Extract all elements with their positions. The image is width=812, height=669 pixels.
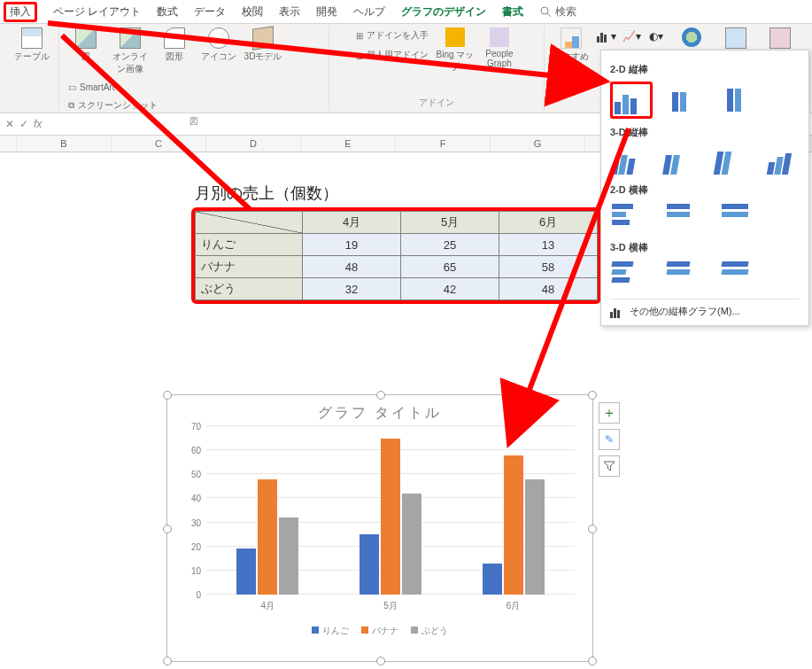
btn-table[interactable]: テーブル	[12, 27, 51, 63]
row-hdr-1[interactable]: りんご	[196, 234, 303, 256]
chart-type-clustered-bar[interactable]	[610, 202, 647, 234]
bar[interactable]	[504, 455, 523, 595]
tab-dev[interactable]: 開発	[316, 4, 337, 19]
chart-type-100-stacked-column[interactable]	[725, 82, 762, 113]
row-hdr-2[interactable]: バナナ	[196, 256, 303, 278]
btn-globe[interactable]	[672, 27, 711, 47]
handle[interactable]	[376, 391, 385, 400]
chart-type-3d-column[interactable]	[766, 144, 800, 176]
cell[interactable]: 13	[499, 234, 598, 256]
cell[interactable]: 25	[401, 234, 499, 256]
btn-smartart[interactable]: ▭SmartArt	[66, 81, 159, 94]
tab-insert[interactable]: 挿入	[4, 2, 37, 22]
bar[interactable]	[483, 564, 502, 595]
legend-item[interactable]: りんご	[312, 625, 349, 637]
chart-title[interactable]: グラフ タイトル	[167, 395, 592, 426]
btn-line-chart-dd[interactable]: 📈▾	[621, 27, 642, 45]
bar[interactable]	[258, 479, 277, 595]
tab-format[interactable]: 書式	[502, 4, 523, 19]
btn-3d-models[interactable]: 3Dモデル	[244, 27, 282, 63]
bar[interactable]	[279, 517, 298, 595]
legend-item[interactable]: ぶどう	[411, 625, 448, 637]
col-F[interactable]: F	[396, 136, 491, 152]
row-hdr-3[interactable]: ぶどう	[196, 278, 303, 300]
chart-legend[interactable]: りんごバナナぶどう	[167, 625, 592, 637]
chart-type-stacked-column[interactable]	[670, 82, 708, 113]
chart-plot-area[interactable]: 010203040506070	[206, 426, 575, 595]
cancel-icon[interactable]: ✕	[5, 118, 14, 130]
tab-help[interactable]: ヘルプ	[353, 4, 385, 19]
cell[interactable]: 48	[499, 278, 598, 300]
handle[interactable]	[376, 657, 385, 665]
chart-type-clustered-column[interactable]	[610, 82, 653, 119]
select-all-corner[interactable]	[0, 136, 17, 152]
more-column-charts[interactable]: その他の縦棒グラフ(M)...	[610, 299, 800, 318]
chart-filter-button[interactable]	[599, 455, 620, 477]
bar[interactable]	[381, 439, 400, 595]
bar-group[interactable]	[469, 426, 558, 595]
btn-get-addins[interactable]: ⊞アドインを入手	[354, 27, 430, 43]
data-table[interactable]: 4月 5月 6月 りんご 19 25 13 バナナ 48 65 58 ぶどう 3…	[195, 211, 598, 300]
chart-type-3d-100-stacked-bar[interactable]	[720, 260, 757, 292]
bar[interactable]	[360, 534, 379, 595]
cell[interactable]: 32	[303, 278, 401, 300]
handle[interactable]	[588, 657, 597, 665]
enter-icon[interactable]: ✓	[19, 118, 28, 130]
cell[interactable]: 42	[401, 278, 499, 300]
cell[interactable]: 19	[303, 234, 401, 256]
btn-recommended-charts[interactable]: おすすめグラフ	[552, 27, 591, 75]
chart-type-3d-clustered-bar[interactable]	[610, 260, 647, 292]
btn-my-addins[interactable]: ◻個人用アドイン	[354, 47, 430, 63]
handle[interactable]	[163, 657, 172, 665]
hdr-month-3[interactable]: 6月	[499, 212, 598, 234]
tab-page-layout[interactable]: ページ レイアウト	[53, 4, 141, 19]
corner-cell[interactable]	[196, 212, 303, 234]
col-C[interactable]: C	[112, 136, 206, 152]
btn-online-pictures[interactable]: オンライン画像	[111, 27, 150, 75]
chart-object[interactable]: グラフ タイトル 010203040506070 4月5月6月 りんごバナナぶど…	[166, 394, 593, 662]
btn-bing-maps[interactable]: Bing マップ	[436, 27, 475, 74]
chart-elements-button[interactable]: ＋	[599, 402, 620, 424]
handle[interactable]	[588, 391, 597, 400]
chart-type-3d-100-stacked-column[interactable]	[714, 144, 748, 176]
bar-group[interactable]	[346, 426, 435, 595]
cell[interactable]: 58	[499, 256, 598, 278]
bar[interactable]	[402, 494, 421, 595]
btn-icons[interactable]: アイコン	[199, 27, 238, 63]
cell-title[interactable]: 月別の売上（個数）	[195, 183, 338, 204]
cell[interactable]: 48	[303, 256, 401, 278]
hdr-month-1[interactable]: 4月	[303, 212, 401, 234]
cell[interactable]: 65	[401, 256, 499, 278]
fx-label[interactable]: fx	[34, 118, 42, 130]
btn-pie-chart-dd[interactable]: ◐▾	[646, 27, 667, 45]
handle[interactable]	[588, 525, 597, 533]
tab-chart-design[interactable]: グラフのデザイン	[401, 4, 486, 19]
chart-type-3d-clustered-column[interactable]	[610, 144, 645, 176]
btn-column-chart-dd[interactable]: ▾	[596, 27, 617, 45]
bar[interactable]	[525, 479, 545, 595]
btn-pictures[interactable]: 図	[66, 27, 105, 63]
btn-people-graph[interactable]: People Graph	[480, 27, 519, 68]
tab-data[interactable]: データ	[194, 4, 226, 19]
col-D[interactable]: D	[206, 136, 301, 152]
ribbon-search[interactable]: 検索	[539, 4, 576, 19]
col-B[interactable]: B	[17, 136, 112, 152]
tab-review[interactable]: 校閲	[242, 4, 263, 19]
chart-type-3d-stacked-column[interactable]	[662, 144, 697, 176]
btn-screenshot[interactable]: ⧉スクリーンショット	[66, 97, 159, 113]
hdr-month-2[interactable]: 5月	[401, 212, 499, 234]
handle[interactable]	[163, 525, 172, 533]
chart-type-stacked-bar[interactable]	[665, 202, 702, 234]
bar-group[interactable]	[223, 426, 312, 595]
bar[interactable]	[236, 548, 256, 595]
chart-type-100-stacked-bar[interactable]	[720, 202, 757, 234]
chart-type-3d-stacked-bar[interactable]	[665, 260, 702, 292]
btn-shapes[interactable]: 図形	[155, 27, 194, 63]
handle[interactable]	[163, 391, 172, 400]
tab-view[interactable]: 表示	[279, 4, 300, 19]
tab-formulas[interactable]: 数式	[157, 4, 178, 19]
legend-item[interactable]: バナナ	[361, 625, 398, 637]
col-E[interactable]: E	[301, 136, 396, 152]
col-G[interactable]: G	[491, 136, 585, 152]
chart-styles-button[interactable]: ✎	[599, 429, 620, 450]
